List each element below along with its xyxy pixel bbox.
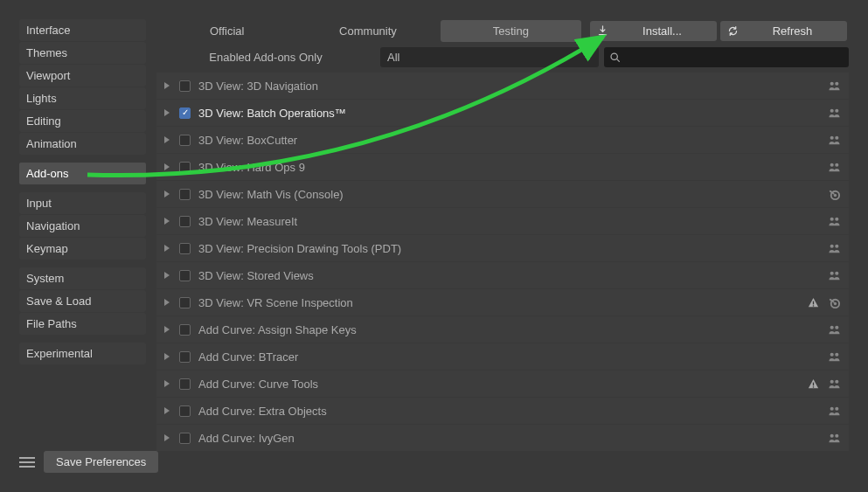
addon-checkbox[interactable] [179, 351, 191, 363]
disclosure-triangle-icon[interactable] [164, 272, 171, 279]
disclosure-triangle-icon[interactable] [164, 434, 171, 441]
warning-icon [806, 377, 820, 391]
addon-row: 3D View: Precision Drawing Tools (PDT) [156, 235, 849, 261]
addon-name-label: Add Curve: Curve Tools [198, 378, 798, 391]
sidebar-item-input[interactable]: Input [19, 192, 146, 214]
sidebar: InterfaceThemesViewportLightsEditingAnim… [19, 19, 146, 473]
sidebar-item-save-load[interactable]: Save & Load [19, 290, 146, 312]
svg-rect-18 [812, 305, 813, 306]
svg-point-23 [830, 352, 833, 356]
enabled-addons-only-toggle[interactable]: Enabled Add-ons Only [156, 51, 375, 64]
blender-icon [827, 187, 841, 201]
addon-checkbox[interactable] [179, 216, 191, 227]
refresh-icon [726, 25, 740, 37]
disclosure-triangle-icon[interactable] [164, 353, 171, 360]
addon-checkbox[interactable] [179, 107, 191, 119]
svg-point-16 [835, 271, 838, 274]
addon-checkbox[interactable] [179, 80, 191, 92]
disclosure-triangle-icon[interactable] [164, 380, 171, 387]
svg-point-13 [830, 244, 833, 247]
refresh-button[interactable]: Refresh [720, 21, 847, 41]
svg-point-3 [830, 108, 833, 112]
sidebar-item-lights[interactable]: Lights [19, 87, 146, 109]
disclosure-triangle-icon[interactable] [164, 136, 171, 143]
category-dropdown[interactable]: All ⌄ [380, 47, 599, 67]
addon-name-label: 3D View: Math Vis (Console) [198, 188, 819, 201]
disclosure-triangle-icon[interactable] [164, 245, 171, 252]
addon-checkbox[interactable] [179, 189, 191, 200]
community-icon [827, 160, 841, 174]
addon-checkbox[interactable] [179, 433, 191, 444]
sidebar-item-navigation[interactable]: Navigation [19, 215, 146, 237]
filter-row: Enabled Add-ons Only All ⌄ [156, 45, 849, 73]
addon-row: Add Curve: IvyGen [156, 425, 849, 451]
addon-toolbar: OfficialCommunityTesting Install... Refr… [156, 19, 849, 43]
svg-point-11 [830, 217, 833, 220]
addon-name-label: Add Curve: Assign Shape Keys [198, 323, 819, 336]
community-icon [827, 322, 841, 336]
sidebar-item-file-paths[interactable]: File Paths [19, 313, 146, 335]
svg-point-28 [835, 379, 838, 383]
addon-checkbox[interactable] [179, 135, 191, 146]
warning-icon [806, 295, 820, 309]
disclosure-triangle-icon[interactable] [164, 326, 171, 333]
svg-point-6 [835, 135, 838, 139]
footer: Save Preferences [19, 451, 158, 473]
sidebar-item-editing[interactable]: Editing [19, 110, 146, 132]
install-button[interactable]: Install... [590, 21, 717, 41]
sidebar-item-themes[interactable]: Themes [19, 42, 146, 64]
svg-point-15 [830, 271, 833, 274]
sidebar-item-experimental[interactable]: Experimental [19, 343, 146, 364]
addon-checkbox[interactable] [179, 162, 191, 173]
addon-name-label: 3D View: VR Scene Inspection [198, 296, 798, 309]
disclosure-triangle-icon[interactable] [164, 109, 171, 116]
addon-checkbox[interactable] [179, 297, 191, 308]
disclosure-triangle-icon[interactable] [164, 191, 171, 197]
disclosure-triangle-icon[interactable] [164, 163, 171, 170]
disclosure-triangle-icon[interactable] [164, 82, 171, 89]
svg-rect-25 [812, 382, 813, 385]
svg-point-4 [835, 108, 838, 112]
addon-row: 3D View: MeasureIt [156, 208, 849, 234]
community-icon [827, 241, 841, 255]
svg-point-7 [830, 163, 833, 166]
addon-row: 3D View: 3D Navigation [156, 73, 849, 99]
disclosure-triangle-icon[interactable] [164, 299, 171, 306]
community-icon [827, 79, 841, 93]
community-icon [827, 106, 841, 120]
sidebar-item-keymap[interactable]: Keymap [19, 238, 146, 260]
svg-point-27 [830, 379, 833, 383]
category-value: All [387, 51, 585, 64]
support-tab-official[interactable]: Official [156, 20, 297, 42]
support-tab-testing[interactable]: Testing [441, 20, 581, 42]
addon-name-label: 3D View: Batch Operations™ [198, 107, 819, 120]
svg-point-12 [835, 217, 838, 220]
preferences-menu-button[interactable] [19, 457, 35, 468]
sidebar-item-viewport[interactable]: Viewport [19, 65, 146, 87]
refresh-label: Refresh [743, 24, 842, 38]
community-icon [827, 404, 841, 418]
search-input[interactable] [604, 47, 849, 67]
addon-row: 3D View: Hard Ops 9 [156, 154, 849, 180]
svg-point-31 [830, 433, 833, 437]
addon-checkbox[interactable] [179, 378, 191, 390]
search-field[interactable] [626, 51, 844, 64]
sidebar-item-add-ons[interactable]: Add-ons [19, 163, 146, 184]
addon-checkbox[interactable] [179, 405, 191, 417]
disclosure-triangle-icon[interactable] [164, 407, 171, 414]
chevron-down-icon: ⌄ [585, 52, 592, 62]
support-tab-community[interactable]: Community [297, 20, 438, 42]
main-panel: OfficialCommunityTesting Install... Refr… [156, 19, 849, 473]
save-preferences-button[interactable]: Save Preferences [44, 451, 158, 473]
addon-checkbox[interactable] [179, 243, 191, 254]
svg-point-22 [835, 325, 838, 329]
sidebar-item-animation[interactable]: Animation [19, 133, 146, 155]
blender-icon [827, 295, 841, 309]
addon-checkbox[interactable] [179, 270, 191, 281]
sidebar-item-system[interactable]: System [19, 267, 146, 289]
community-icon [827, 133, 841, 147]
addon-checkbox[interactable] [179, 324, 191, 336]
addon-row: 3D View: Math Vis (Console) [156, 181, 849, 207]
sidebar-item-interface[interactable]: Interface [19, 19, 146, 41]
disclosure-triangle-icon[interactable] [164, 218, 171, 225]
